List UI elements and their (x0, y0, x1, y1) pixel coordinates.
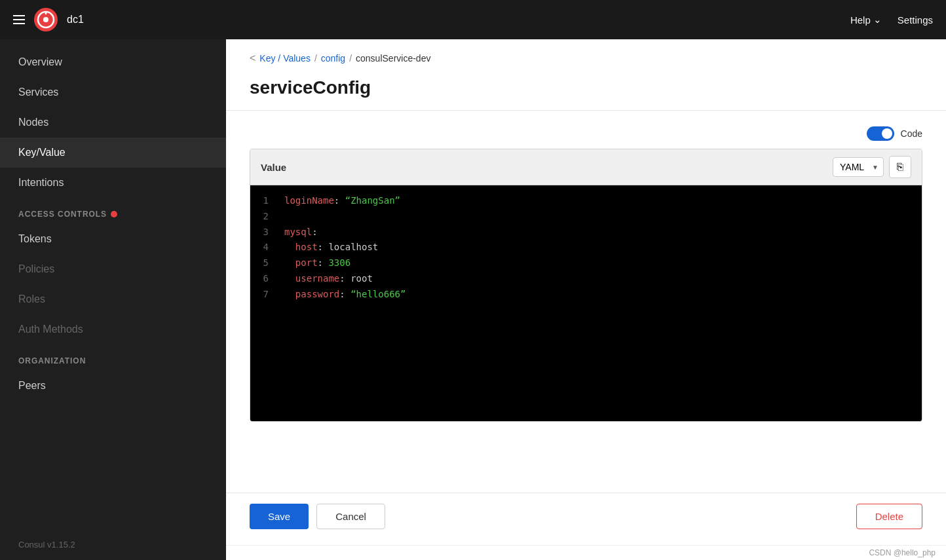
sidebar-item-roles: Roles (0, 284, 226, 314)
copy-button[interactable]: ⎘ (889, 156, 911, 178)
settings-button[interactable]: Settings (898, 14, 933, 26)
code-content: loginName: “ZhangSan” mysql: host: local… (276, 193, 922, 413)
line-num-4: 4 (258, 240, 269, 255)
editor-container: Value YAML JSON HCL ⎘ (250, 149, 922, 422)
sidebar-item-tokens[interactable]: Tokens (0, 224, 226, 254)
delete-button[interactable]: Delete (856, 504, 922, 529)
code-line-7: password: “hello666” (284, 287, 914, 303)
page-title: serviceConfig (226, 71, 946, 111)
svg-point-2 (43, 17, 48, 22)
sidebar-item-auth-methods: Auth Methods (0, 314, 226, 345)
sidebar-item-nodes[interactable]: Nodes (0, 107, 226, 138)
line-num-5: 5 (258, 255, 269, 271)
line-numbers: 1 2 3 4 5 6 7 (250, 193, 276, 413)
sidebar-navigation: Overview Services Nodes Key/Value Intent… (0, 39, 226, 401)
line-num-7: 7 (258, 287, 269, 303)
line-num-2: 2 (258, 209, 269, 225)
breadcrumb-sep2: / (349, 53, 352, 64)
sidebar-item-intentions[interactable]: Intentions (0, 168, 226, 198)
sidebar: Overview Services Nodes Key/Value Intent… (0, 39, 226, 560)
sidebar-item-policies: Policies (0, 254, 226, 284)
line-num-6: 6 (258, 271, 269, 287)
topnav-right: Help ⌄ Settings (850, 14, 933, 26)
top-navigation: dc1 Help ⌄ Settings (0, 0, 946, 39)
breadcrumb-current: consulService-dev (356, 53, 430, 64)
chevron-down-icon: ⌄ (873, 14, 882, 26)
sidebar-item-keyvalue[interactable]: Key/Value (0, 138, 226, 168)
code-line-2 (284, 209, 914, 225)
code-toggle-label: Code (901, 128, 922, 139)
sidebar-item-peers[interactable]: Peers (0, 371, 226, 401)
main-content: < Key / Values / config / consulService-… (226, 39, 946, 560)
organization-section-label: ORGANIZATION (0, 345, 226, 371)
cancel-button[interactable]: Cancel (316, 504, 385, 529)
footer-divider (226, 493, 946, 493)
footer-left-buttons: Save Cancel (250, 504, 385, 529)
code-line-6: username: root (284, 271, 914, 287)
code-line-3: mysql: (284, 225, 914, 240)
footer-buttons: Save Cancel Delete (226, 504, 946, 545)
editor-header: Value YAML JSON HCL ⎘ (250, 149, 922, 185)
copy-icon: ⎘ (897, 161, 903, 173)
watermark: CSDN @hello_php (226, 545, 946, 560)
breadcrumb: < Key / Values / config / consulService-… (226, 39, 946, 71)
format-select[interactable]: YAML JSON HCL (833, 157, 884, 177)
breadcrumb-sep1: / (314, 53, 317, 64)
topnav-left: dc1 (13, 8, 84, 31)
editor-header-right: YAML JSON HCL ⎘ (833, 156, 911, 178)
sidebar-item-services[interactable]: Services (0, 77, 226, 107)
breadcrumb-key-values[interactable]: Key / Values (259, 53, 311, 64)
line-num-1: 1 (258, 193, 269, 209)
code-toggle-switch[interactable] (867, 126, 894, 141)
access-controls-section-label: ACCESS CONTROLS (0, 198, 226, 224)
access-controls-alert-dot (111, 211, 117, 217)
consul-version: Consul v1.15.2 (0, 529, 226, 560)
code-line-5: port: 3306 (284, 255, 914, 271)
value-label: Value (261, 162, 286, 173)
code-line-4: host: localhost (284, 240, 914, 255)
sidebar-item-overview[interactable]: Overview (0, 47, 226, 77)
consul-logo (34, 8, 58, 31)
line-num-3: 3 (258, 225, 269, 240)
datacenter-label: dc1 (67, 14, 84, 26)
back-chevron-icon[interactable]: < (250, 52, 255, 64)
format-select-wrapper: YAML JSON HCL (833, 157, 884, 177)
code-line-1: loginName: “ZhangSan” (284, 193, 914, 209)
code-editor[interactable]: 1 2 3 4 5 6 7 loginName: “ZhangSan” mysq… (250, 185, 922, 421)
content-area: Code Value YAML JSON HCL (226, 111, 946, 482)
menu-icon[interactable] (13, 15, 25, 24)
layout: Overview Services Nodes Key/Value Intent… (0, 39, 946, 560)
help-button[interactable]: Help ⌄ (850, 14, 882, 26)
save-button[interactable]: Save (250, 504, 309, 529)
breadcrumb-config[interactable]: config (321, 53, 345, 64)
code-toggle-row: Code (250, 126, 922, 141)
